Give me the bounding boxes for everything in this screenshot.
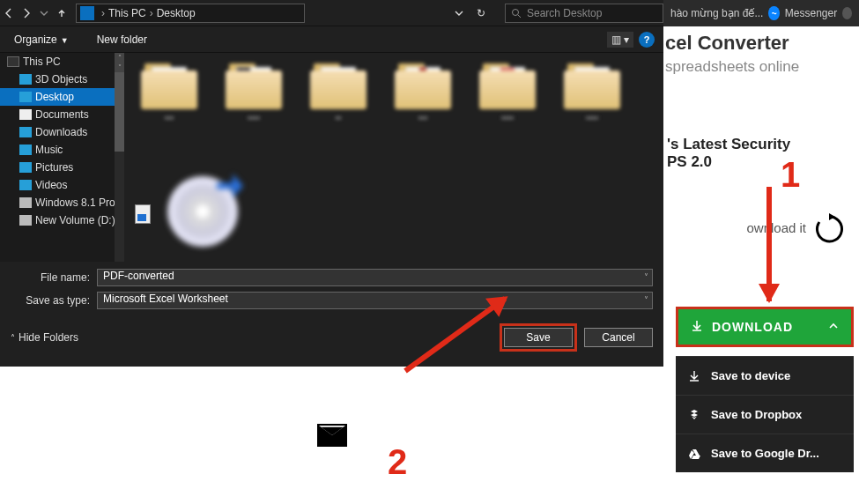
- tab-messenger[interactable]: Messenger: [785, 7, 837, 19]
- page-title: cel Converter: [665, 32, 850, 55]
- address-bar: › This PC › Desktop ↻ Search Desktop: [0, 0, 663, 26]
- view-options-icon[interactable]: ▥ ▾: [607, 32, 633, 48]
- nav-recent-icon[interactable]: [35, 0, 53, 26]
- nav-up-icon[interactable]: [53, 0, 70, 26]
- sidebar-item-videos[interactable]: Videos: [0, 176, 124, 194]
- folder-item[interactable]: ▪▪▪▪: [558, 63, 626, 143]
- save-dialog: › This PC › Desktop ↻ Search Desktop Org…: [0, 0, 663, 367]
- menu-save-device[interactable]: Save to device: [676, 356, 854, 395]
- sidebar-item-volume-d[interactable]: New Volume (D:): [0, 211, 124, 229]
- reload-icon[interactable]: [811, 211, 847, 247]
- nav-forward-icon[interactable]: [18, 0, 35, 26]
- hide-folders-toggle[interactable]: ˄Hide Folders: [11, 331, 78, 344]
- page-subtitle: spreadsheets online: [665, 58, 850, 76]
- sidebar: This PC 3D Objects Desktop Documents Dow…: [0, 53, 124, 262]
- messenger-icon: ~: [768, 6, 779, 20]
- svg-point-0: [513, 9, 519, 15]
- sidebar-item-pictures[interactable]: Pictures: [0, 159, 124, 176]
- search-input[interactable]: Search Desktop: [505, 4, 663, 23]
- sidebar-this-pc[interactable]: This PC: [0, 53, 124, 70]
- sidebar-item-documents[interactable]: Documents: [0, 106, 124, 123]
- chevron-right-icon: ›: [150, 7, 153, 19]
- sidebar-scrollbar[interactable]: ˄˅: [115, 53, 124, 262]
- breadcrumb[interactable]: › This PC › Desktop: [76, 4, 305, 23]
- cancel-button[interactable]: Cancel: [584, 328, 653, 347]
- organize-button[interactable]: Organize▼: [9, 33, 74, 46]
- sidebar-item-downloads[interactable]: Downloads: [0, 123, 124, 141]
- filename-label: File name:: [11, 271, 97, 284]
- disc-item[interactable]: [168, 169, 237, 248]
- new-folder-button[interactable]: New folder: [92, 33, 152, 46]
- folder-item[interactable]: ▪▪▪▪: [473, 63, 542, 143]
- refresh-icon[interactable]: ↻: [468, 7, 494, 19]
- annotation-arrow-1: [766, 187, 772, 301]
- addr-dropdown-icon[interactable]: [450, 0, 468, 26]
- file-list[interactable]: ▪▪▪ ▪▪▪▪ ▪▪ ▪▪▪ ▪▪▪▪ ▪▪▪▪: [124, 53, 663, 262]
- sidebar-item-desktop[interactable]: Desktop: [0, 88, 124, 106]
- crumb-thispc[interactable]: This PC: [108, 7, 146, 19]
- file-item[interactable]: [135, 204, 151, 224]
- annotation-number-2: 2: [388, 442, 407, 482]
- download-menu: Save to device Save to Dropbox Save to G…: [676, 356, 854, 472]
- page-content: [0, 367, 663, 504]
- savetype-label: Save as type:: [11, 294, 97, 307]
- help-icon[interactable]: ?: [639, 32, 655, 48]
- download-button[interactable]: DOWNLOAD: [676, 307, 854, 347]
- tab-overflow-icon[interactable]: [842, 7, 852, 19]
- download-label: DOWNLOAD: [712, 320, 793, 334]
- crumb-desktop[interactable]: Desktop: [157, 7, 196, 19]
- thispc-icon: [80, 6, 94, 20]
- sidebar-item-3dobjects[interactable]: 3D Objects: [0, 70, 124, 88]
- nav-back-icon[interactable]: [0, 0, 18, 26]
- chevron-down-icon[interactable]: ˅: [644, 272, 648, 282]
- menu-save-dropbox[interactable]: Save to Dropbox: [676, 395, 854, 434]
- ad-text: 's Latest Security PS 2.0: [667, 136, 852, 171]
- annotation-number-1: 1: [781, 155, 800, 195]
- folder-item[interactable]: ▪▪▪: [389, 63, 457, 143]
- menu-save-gdrive[interactable]: Save to Google Dr...: [676, 434, 854, 472]
- mail-icon[interactable]: [317, 424, 347, 447]
- chevron-up-icon: [828, 320, 839, 334]
- sidebar-item-music[interactable]: Music: [0, 141, 124, 159]
- search-icon: [511, 8, 522, 19]
- download-it-text: ownload it: [746, 220, 806, 235]
- folder-item[interactable]: ▪▪▪: [135, 63, 204, 143]
- save-button[interactable]: Save: [504, 328, 573, 347]
- folder-item[interactable]: ▪▪▪▪: [219, 63, 288, 143]
- tab-welcome[interactable]: hào mừng bạn đế...: [670, 7, 763, 19]
- chevron-right-icon: ›: [101, 7, 105, 19]
- download-icon: [691, 320, 703, 335]
- save-highlight: Save: [500, 323, 577, 352]
- filename-input[interactable]: PDF-converted˅: [97, 269, 653, 286]
- browser-tabbar: hào mừng bạn đế... ~ Messenger: [663, 0, 859, 26]
- savetype-input[interactable]: Microsoft Excel Worksheet˅: [97, 292, 653, 309]
- folder-item[interactable]: ▪▪: [304, 63, 373, 143]
- sidebar-item-windrive[interactable]: Windows 8.1 Pro: [0, 194, 124, 211]
- chevron-down-icon[interactable]: ˅: [644, 295, 648, 305]
- dialog-toolbar: Organize▼ New folder ▥ ▾ ?: [0, 26, 663, 53]
